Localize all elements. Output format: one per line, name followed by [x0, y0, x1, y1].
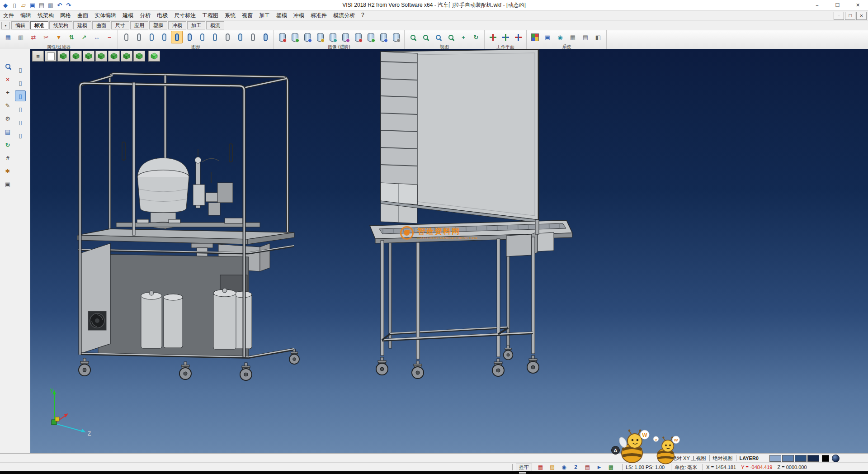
- render-dynamic-button[interactable]: [314, 31, 326, 43]
- menu-item-13[interactable]: 加工: [256, 11, 273, 20]
- render-transparency-button[interactable]: [340, 31, 351, 43]
- view-menu-button[interactable]: ≡: [32, 51, 44, 62]
- black-color-swatch[interactable]: [822, 455, 829, 462]
- measure-tool-button[interactable]: #: [2, 152, 13, 163]
- tab-8[interactable]: 冲模: [168, 21, 186, 29]
- wireframe-style-button[interactable]: [120, 31, 132, 43]
- new-file-button[interactable]: ▯: [10, 1, 19, 9]
- app-button[interactable]: ◆: [1, 1, 9, 9]
- tab-10[interactable]: 模流: [206, 21, 224, 29]
- view-right-button[interactable]: [121, 51, 132, 62]
- snap-status-icon[interactable]: ▦: [537, 464, 544, 471]
- render-settings-button[interactable]: [390, 31, 402, 43]
- entity-attributes-button[interactable]: ▦: [2, 31, 14, 43]
- grid-display-button[interactable]: ▦: [567, 31, 579, 43]
- tab-3[interactable]: 建模: [73, 21, 91, 29]
- star-tool-button[interactable]: ✱: [2, 166, 13, 176]
- filter-entities-button[interactable]: ▼: [53, 31, 65, 43]
- tab-4[interactable]: 曲面: [92, 21, 110, 29]
- delete-tool-button[interactable]: ×: [2, 74, 13, 85]
- menu-item-17[interactable]: 模流分析: [330, 11, 358, 20]
- mdi-close-button[interactable]: ✕: [856, 12, 867, 20]
- thin-style-button[interactable]: [158, 31, 170, 43]
- notepad-button-6[interactable]: ▯: [15, 130, 26, 141]
- view-front-button[interactable]: [83, 51, 94, 62]
- tab-7[interactable]: 塑膜: [149, 21, 167, 29]
- render-hidden-button[interactable]: [302, 31, 313, 43]
- save-button[interactable]: ▣: [28, 1, 37, 9]
- absolute-view-label[interactable]: 绝对视图: [713, 455, 733, 462]
- print-button[interactable]: ▤: [38, 1, 46, 9]
- minimize-button[interactable]: −: [807, 0, 827, 10]
- edit-tool-button[interactable]: ✎: [2, 100, 13, 111]
- menu-item-5[interactable]: 实体编辑: [91, 11, 119, 20]
- remove-attributes-button[interactable]: −: [104, 31, 115, 43]
- grid-status-icon[interactable]: ◉: [560, 464, 568, 471]
- menu-item-8[interactable]: 电极: [154, 11, 171, 20]
- notepad-button-5[interactable]: ▯: [15, 117, 26, 128]
- zoom-previous-button[interactable]: [445, 31, 457, 43]
- transparent-style-button[interactable]: [196, 31, 208, 43]
- menu-item-12[interactable]: 视窗: [239, 11, 256, 20]
- pan-view-button[interactable]: +: [458, 31, 469, 43]
- view-left-button[interactable]: [108, 51, 120, 62]
- menu-item-15[interactable]: 冲模: [290, 11, 307, 20]
- zoom-tool-button[interactable]: [2, 61, 13, 71]
- mdi-minimize-button[interactable]: −: [834, 12, 844, 20]
- notepad-button-3[interactable]: ▯: [15, 90, 26, 101]
- menu-item-7[interactable]: 分析: [137, 11, 154, 20]
- layout-button[interactable]: ◧: [592, 31, 604, 43]
- menu-item-16[interactable]: 标准件: [307, 11, 330, 20]
- swap-attributes-button[interactable]: ⇄: [28, 31, 39, 43]
- menu-item-3[interactable]: 网格: [57, 11, 74, 20]
- settings-tool-button[interactable]: ⚙: [2, 113, 13, 124]
- tab-1[interactable]: 标准: [30, 21, 48, 29]
- zoom-extents-button[interactable]: [407, 31, 419, 43]
- ortho-status-icon[interactable]: ▨: [548, 464, 556, 471]
- hidden-line-style-button[interactable]: [133, 31, 145, 43]
- maximize-button[interactable]: ☐: [827, 0, 848, 10]
- menu-item-9[interactable]: 尺寸标注: [171, 11, 199, 20]
- redo-button[interactable]: ↷: [65, 1, 73, 9]
- color-swatch-1[interactable]: [782, 455, 794, 462]
- assembly-machine-model[interactable]: [77, 74, 299, 380]
- view-iso-button[interactable]: [57, 51, 69, 62]
- close-button[interactable]: ✕: [848, 0, 868, 10]
- snap-tool-button[interactable]: +: [2, 87, 13, 98]
- notepad-button-1[interactable]: ▯: [15, 64, 26, 75]
- table-config-button[interactable]: ▤: [580, 31, 591, 43]
- mesh-style-button[interactable]: [247, 31, 259, 43]
- plot-button[interactable]: ▥: [47, 1, 55, 9]
- shaded-style-button[interactable]: [171, 31, 183, 43]
- cut-entities-button[interactable]: ✂: [40, 31, 52, 43]
- notepad-button-4[interactable]: ▯: [15, 104, 26, 114]
- menu-item-18[interactable]: ?: [358, 11, 368, 20]
- viewport-3d[interactable]: ≡ 智造资料网 INTELLIGENT MANUFACTURING DATA Y…: [30, 49, 868, 453]
- copy-attributes-button[interactable]: ⇅: [66, 31, 77, 43]
- palette-status-icon[interactable]: ▩: [607, 464, 615, 471]
- menu-item-10[interactable]: 工程图: [199, 11, 222, 20]
- view-blank-button[interactable]: [45, 51, 57, 62]
- undo-button[interactable]: ↶: [56, 1, 64, 9]
- tab-dropdown-button[interactable]: ▼: [1, 22, 10, 29]
- render-shadow-button[interactable]: [377, 31, 389, 43]
- render-sphere-icon[interactable]: [832, 455, 840, 462]
- tab-9[interactable]: 加工: [187, 21, 205, 29]
- copy-tool-button[interactable]: ▣: [2, 179, 13, 190]
- render-wireframe-button[interactable]: [276, 31, 288, 43]
- tab-5[interactable]: 尺寸: [111, 21, 129, 29]
- menu-item-1[interactable]: 编辑: [17, 11, 34, 20]
- move-entities-button[interactable]: ↗: [78, 31, 90, 43]
- lock-toggle[interactable]: 拴牢: [516, 464, 532, 471]
- menu-item-6[interactable]: 建模: [119, 11, 137, 20]
- match-properties-button[interactable]: ↔: [91, 31, 103, 43]
- view-back-button[interactable]: [95, 51, 107, 62]
- count-badge[interactable]: 2: [572, 464, 580, 471]
- menu-item-14[interactable]: 塑模: [273, 11, 290, 20]
- view-top-button[interactable]: [70, 51, 82, 62]
- curve-style-button[interactable]: [222, 31, 233, 43]
- view-shaded-button[interactable]: [148, 51, 160, 62]
- dashed-style-button[interactable]: [146, 31, 157, 43]
- active-layer-label[interactable]: LAYER0: [740, 455, 759, 461]
- menu-item-4[interactable]: 曲面: [74, 11, 91, 20]
